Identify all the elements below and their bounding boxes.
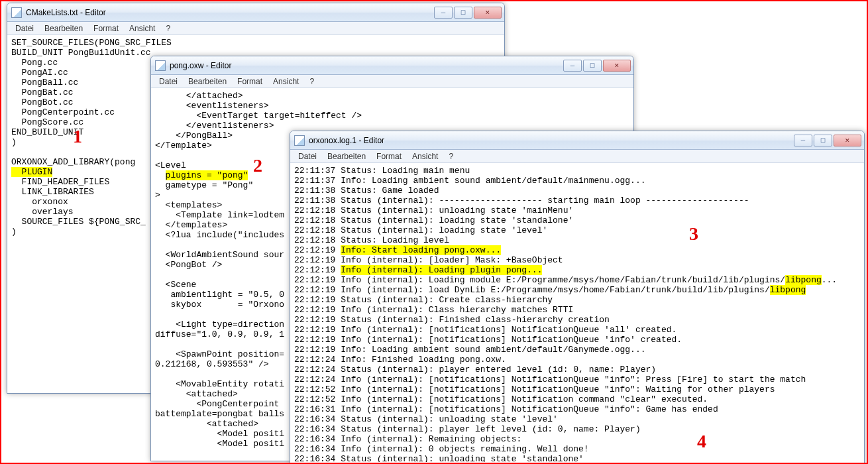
menu-bearbeiten[interactable]: Bearbeiten bbox=[183, 76, 232, 87]
document-icon bbox=[294, 135, 305, 146]
highlight-libpong: libpong bbox=[770, 285, 806, 295]
titlebar-log[interactable]: orxonox.log.1 - Editor ─ ☐ ✕ bbox=[290, 131, 864, 150]
close-button[interactable]: ✕ bbox=[474, 7, 502, 19]
editor-content-log[interactable]: 22:11:37 Status: Loading main menu 22:11… bbox=[292, 164, 863, 462]
window-title: pong.oxw - Editor bbox=[170, 61, 562, 70]
menubar: Datei Bearbeiten Format Ansicht ? bbox=[151, 75, 633, 88]
menu-ansicht[interactable]: Ansicht bbox=[124, 23, 160, 34]
minimize-button[interactable]: ─ bbox=[563, 60, 582, 72]
titlebar-cmakelists[interactable]: CMakeLists.txt - Editor ─ ☐ ✕ bbox=[7, 3, 504, 22]
document-icon bbox=[155, 60, 166, 71]
titlebar-pongoxw[interactable]: pong.oxw - Editor ─ ☐ ✕ bbox=[151, 56, 633, 75]
menu-format[interactable]: Format bbox=[371, 150, 407, 162]
highlight-start-loading: Info: Start loading pong.oxw... bbox=[341, 245, 501, 255]
window-log: orxonox.log.1 - Editor ─ ☐ ✕ Datei Bearb… bbox=[290, 131, 865, 464]
menu-bearbeiten[interactable]: Bearbeiten bbox=[322, 150, 371, 162]
menu-help[interactable]: ? bbox=[443, 150, 459, 162]
menu-bearbeiten[interactable]: Bearbeiten bbox=[39, 23, 88, 34]
menu-ansicht[interactable]: Ansicht bbox=[407, 150, 443, 162]
maximize-button[interactable]: ☐ bbox=[814, 135, 832, 146]
maximize-button[interactable]: ☐ bbox=[583, 60, 602, 72]
menu-datei[interactable]: Datei bbox=[293, 150, 322, 162]
menubar: Datei Bearbeiten Format Ansicht ? bbox=[7, 22, 504, 35]
window-title: orxonox.log.1 - Editor bbox=[309, 136, 792, 145]
menu-datei[interactable]: Datei bbox=[10, 23, 39, 34]
maximize-button[interactable]: ☐ bbox=[454, 7, 472, 19]
menu-format[interactable]: Format bbox=[232, 76, 268, 87]
highlight-plugin: PLUGIN bbox=[11, 167, 52, 177]
close-button[interactable]: ✕ bbox=[603, 60, 631, 72]
menu-datei[interactable]: Datei bbox=[154, 76, 183, 87]
window-title: CMakeLists.txt - Editor bbox=[26, 8, 433, 17]
menubar: Datei Bearbeiten Format Ansicht ? bbox=[290, 150, 864, 163]
minimize-button[interactable]: ─ bbox=[794, 135, 812, 146]
highlight-loading-plugin: Info (internal): Loading plugin pong... bbox=[341, 265, 542, 275]
highlight-plugins-line: plugins = "pong" bbox=[166, 170, 248, 180]
close-button[interactable]: ✕ bbox=[834, 135, 861, 146]
menu-ansicht[interactable]: Ansicht bbox=[268, 76, 304, 87]
menu-format[interactable]: Format bbox=[88, 23, 124, 34]
highlight-libpong: libpong bbox=[785, 275, 822, 285]
document-icon bbox=[11, 7, 22, 18]
menu-help[interactable]: ? bbox=[160, 23, 176, 34]
menu-help[interactable]: ? bbox=[304, 76, 319, 87]
minimize-button[interactable]: ─ bbox=[434, 7, 453, 19]
